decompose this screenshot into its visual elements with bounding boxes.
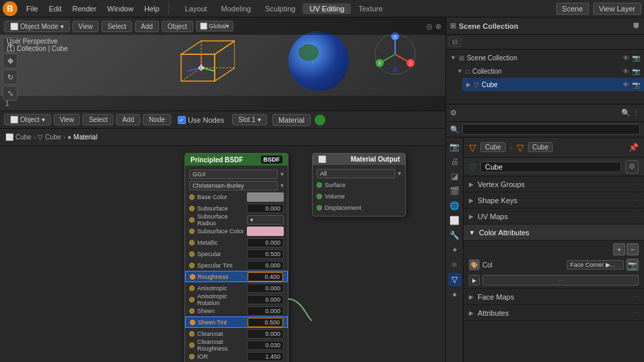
tab-view-layer[interactable]: ◪ (448, 170, 462, 183)
tab-data[interactable]: ▽ (448, 273, 462, 286)
breadcrumb-cube2[interactable]: Cube (45, 133, 61, 141)
search-input[interactable] (462, 124, 640, 135)
metallic-field[interactable]: 0.000 (247, 238, 284, 247)
gizmo-icon[interactable]: ⊕ (435, 22, 441, 31)
breadcrumb-cube1[interactable]: Cube (15, 133, 32, 141)
view-layer-label[interactable]: View Layer (593, 3, 641, 15)
material-output-node[interactable]: ⬜ Material Output All ▾ Surface (312, 153, 406, 217)
tab-uv-editing[interactable]: UV Editing (303, 3, 351, 14)
object-menu[interactable]: Object (162, 21, 193, 32)
tab-world[interactable]: 🌐 (448, 199, 462, 213)
color-attr-camera-btn[interactable]: 📷 (627, 259, 639, 271)
tab-modeling[interactable]: Modeling (215, 3, 258, 14)
tree-cube[interactable]: ▶ ▽ Cube 👁 📷 (462, 78, 644, 91)
subsurface-color-field[interactable] (247, 227, 284, 236)
viewport-3d[interactable]: ⬜ Object Mode ▾ View Select Add Object ⬜… (0, 17, 445, 111)
tree-collection[interactable]: ▼ □ Collection 👁 📷 (453, 64, 644, 78)
rotate-tool[interactable]: ↻ (3, 70, 17, 84)
cube-camera[interactable]: 📷 (632, 81, 640, 88)
menu-help[interactable]: Help (140, 3, 164, 14)
add-menu[interactable]: Add (135, 21, 159, 32)
anisotropic-field[interactable]: 0.000 (247, 284, 284, 293)
props-settings-icon[interactable]: ⋮ (633, 109, 640, 117)
material-label[interactable]: Material (272, 114, 311, 126)
tab-output[interactable]: 🖨 (448, 155, 462, 168)
blender-logo[interactable]: B (3, 1, 17, 16)
section-vertex-groups[interactable]: ▶ Vertex Groups ··· (464, 176, 644, 192)
use-nodes-toggle[interactable]: ✓ Use Nodes (178, 116, 224, 124)
subsurface-field[interactable]: 0.000 (247, 204, 284, 213)
tab-texture[interactable]: Texture (352, 3, 389, 14)
prop-cube1-name[interactable]: Cube (480, 142, 506, 152)
tab-render[interactable]: 📷 (448, 140, 462, 154)
section-face-maps[interactable]: ▶ Face Maps ··· (464, 289, 644, 305)
mat-target-dropdown[interactable]: All (317, 169, 395, 178)
checkbox-use-nodes[interactable]: ✓ (178, 116, 186, 124)
outliner-display-btn[interactable]: ⊟ (449, 37, 461, 47)
cube-eye[interactable]: 👁 (623, 81, 629, 88)
coll-camera[interactable]: 📷 (632, 68, 640, 75)
props-search-icon[interactable]: 🔍 (621, 109, 631, 117)
color-attr-play-btn[interactable]: ▶ (469, 275, 480, 286)
tab-scene[interactable]: 🎬 (448, 184, 462, 198)
principled-bsdf-node[interactable]: Principled BSDF BSDF GGX ▾ Christensen-B… (184, 153, 288, 362)
props-pin-btn[interactable]: 📌 (629, 143, 639, 152)
shader-view-menu[interactable]: View (54, 114, 80, 125)
tab-modifier[interactable]: 🔧 (448, 229, 462, 242)
slot-selector[interactable]: Slot 1▾ (232, 114, 267, 125)
scene-coll-camera[interactable]: 📷 (632, 54, 640, 62)
shader-mode-btn[interactable]: ⬜ Object▾ (4, 114, 51, 125)
remove-color-attr-btn[interactable]: − (627, 243, 639, 255)
sheen-tint-field[interactable]: 0.500 (248, 318, 283, 327)
move-tool[interactable]: ✥ (3, 54, 17, 68)
shader-add-menu[interactable]: Add (116, 114, 140, 125)
object-name-field[interactable]: Cube (480, 162, 621, 172)
color-attr-type[interactable]: Face Corner ▶... (567, 260, 624, 269)
scene-coll-eye[interactable]: 👁 (623, 54, 629, 62)
specular-tint-field[interactable]: 0.000 (247, 261, 284, 270)
tab-layout[interactable]: Layout (178, 3, 214, 14)
new-material-btn[interactable] (315, 115, 325, 125)
tab-physics[interactable]: ⚛ (448, 258, 462, 272)
clearcoat-rough-field[interactable]: 0.030 (247, 341, 284, 350)
shader-node-menu[interactable]: Node (143, 114, 171, 125)
nav-gizmo[interactable]: Z X Y (372, 31, 419, 78)
menu-file[interactable]: File (21, 3, 43, 14)
section-shape-keys[interactable]: ▶ Shape Keys ··· (464, 192, 644, 208)
tree-scene-collection[interactable]: ▼ ⊞ Scene Collection 👁 📷 (446, 51, 644, 64)
shader-select-menu[interactable]: Select (83, 114, 113, 125)
subsurface-method-dropdown[interactable]: Christensen-Burley (189, 181, 278, 190)
menu-window[interactable]: Window (103, 3, 138, 14)
select-menu[interactable]: Select (101, 21, 132, 32)
anisotropic-rot-field[interactable]: 0.000 (247, 295, 284, 304)
tab-sculpting[interactable]: Sculpting (258, 3, 302, 14)
section-color-attrs[interactable]: ▼ Color Attributes ··· (464, 225, 644, 241)
add-color-attr-btn[interactable]: + (613, 243, 625, 255)
view-menu[interactable]: View (72, 21, 99, 32)
base-color-field[interactable] (247, 192, 284, 202)
section-uv-maps[interactable]: ▶ UV Maps ··· (464, 208, 644, 225)
coll-eye[interactable]: 👁 (623, 68, 629, 75)
specular-field[interactable]: 0.500 (247, 249, 284, 259)
outliner-filter-icon[interactable]: ⛊ (633, 22, 640, 30)
section-attributes[interactable]: ▶ Attributes ··· (464, 305, 644, 321)
sheen-field[interactable]: 0.000 (247, 306, 284, 316)
tab-material[interactable]: ● (448, 288, 462, 301)
scale-tool[interactable]: ⤡ (3, 86, 17, 101)
subsurface-radius-field[interactable]: ▾ (247, 215, 284, 225)
shader-canvas[interactable]: Principled BSDF BSDF GGX ▾ Christensen-B… (0, 146, 445, 362)
distribution-dropdown[interactable]: GGX (189, 170, 278, 179)
tab-object[interactable]: ⬜ (448, 214, 462, 227)
color-attr-dots-btn[interactable]: ··· (482, 275, 639, 286)
menu-edit[interactable]: Edit (44, 3, 66, 14)
menu-render[interactable]: Render (68, 3, 101, 14)
tab-particles[interactable]: ✦ (448, 243, 462, 257)
prop-cube2-name[interactable]: Cube (528, 142, 553, 152)
ior-field[interactable]: 1.450 (247, 352, 284, 361)
obj-settings-btn[interactable]: ⚙ (625, 160, 639, 174)
slot-label[interactable]: Slot 1▾ (232, 114, 267, 125)
mode-selector[interactable]: ⬜ Object Mode ▾ (4, 21, 70, 32)
scene-label[interactable]: Scene (556, 3, 589, 15)
overlay-icon[interactable]: ◎ (426, 22, 433, 31)
breadcrumb-material[interactable]: Material (74, 133, 98, 141)
